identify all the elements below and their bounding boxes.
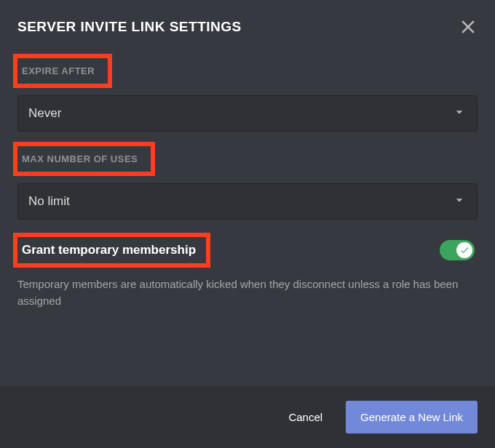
modal-title: SERVER INVITE LINK SETTINGS [17,19,242,35]
max-uses-value: No limit [28,194,70,209]
temp-membership-help: Temporary members are automatically kick… [17,276,478,309]
expire-select[interactable]: Never [17,95,478,132]
highlight-box: Grant temporary membership [13,233,210,268]
generate-link-button[interactable]: Generate a New Link [346,401,478,433]
expire-label: EXPIRE AFTER [22,63,100,79]
modal-content: EXPIRE AFTER Never MAX NUMBER OF USES No… [0,54,495,309]
temp-membership-label: Grant temporary membership [22,243,196,257]
chevron-down-icon [452,105,467,122]
max-uses-label: MAX NUMBER OF USES [22,151,143,167]
modal-header: SERVER INVITE LINK SETTINGS [0,0,495,36]
cancel-button[interactable]: Cancel [282,404,328,431]
modal-footer: Cancel Generate a New Link [0,386,495,448]
temp-membership-toggle[interactable] [440,240,475,260]
expire-value: Never [28,106,61,121]
max-uses-select[interactable]: No limit [17,183,478,220]
close-icon[interactable] [459,17,478,36]
expire-section: EXPIRE AFTER Never [17,54,478,132]
max-uses-section: MAX NUMBER OF USES No limit [17,142,478,220]
toggle-knob [456,242,472,258]
toggle-row: Grant temporary membership [17,233,478,268]
chevron-down-icon [452,193,467,210]
temp-membership-section: Grant temporary membership Temporary mem… [17,233,478,309]
highlight-box: MAX NUMBER OF USES [13,142,155,176]
highlight-box: EXPIRE AFTER [13,54,112,88]
